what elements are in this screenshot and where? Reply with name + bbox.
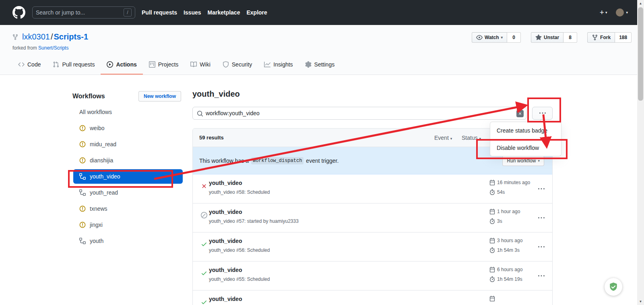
nav-marketplace[interactable]: Marketplace [208,9,240,16]
run-options-button[interactable] [538,244,545,250]
run-options-button[interactable] [538,186,545,192]
tab-settings[interactable]: Settings [299,55,341,75]
calendar-icon [489,209,495,214]
watch-count[interactable]: 0 [507,32,521,43]
sidebar-item-txnews[interactable]: txnews [72,201,184,217]
sidebar-item-youth[interactable]: youth [72,233,184,249]
global-search-input[interactable] [36,9,112,16]
nav-pull-requests[interactable]: Pull requests [142,9,177,16]
workflow-run-row[interactable]: youth_video [193,290,552,305]
workflow-run-row[interactable]: youth_video youth_video #56: Scheduled 3… [193,232,552,261]
repo-name-link[interactable]: Scripts-1 [54,32,89,41]
stopwatch-icon [489,189,495,195]
results-count: 59 results [199,135,224,141]
gear-icon [305,61,312,68]
repo-tabs: Code Pull requests Actions Projects Wiki… [12,55,341,75]
warning-icon [79,125,86,131]
runs-search-input[interactable] [206,107,504,119]
tab-actions[interactable]: Actions [101,55,142,75]
run-time [489,296,497,301]
sidebar-item-all-workflows[interactable]: All workflows [72,104,184,120]
workflow-run-row[interactable]: youth_video youth_video #57: started by … [193,203,552,232]
chevron-down-icon: ▾ [626,10,628,15]
tab-projects[interactable]: Projects [143,55,185,75]
nav-issues[interactable]: Issues [184,9,201,16]
run-duration: 3s [489,218,502,224]
workflow-dispatch-code: workflow_dispatch [251,157,303,164]
unstar-button[interactable]: Unstar [531,32,564,43]
workflow-list: All workflows weibo midu_read dianshijia… [72,104,184,249]
watch-button[interactable]: Watch ▾ [472,32,507,43]
shield-icon [223,61,229,68]
run-title-link[interactable]: youth_video [209,238,242,244]
run-title-link[interactable]: youth_video [209,296,242,302]
workflow-icon [79,173,86,180]
vertical-scrollbar[interactable]: ▲ ▼ [637,0,644,305]
run-title-link[interactable]: youth_video [209,209,242,215]
slash-key-hint: / [124,8,132,17]
global-search: / [32,6,135,19]
warning-icon [79,157,86,164]
sidebar-item-midu-read[interactable]: midu_read [72,136,184,152]
workflow-run-row[interactable]: youth_video youth_video #55: Scheduled 6… [193,261,552,290]
repo-social-actions: Watch ▾ 0 Unstar 8 Fork 188 [472,32,632,43]
repo-header: lxk0301/Scripts-1 forked from Sunert/Scr… [0,25,644,75]
fork-button[interactable]: Fork [587,32,615,43]
scroll-up-arrow[interactable]: ▲ [637,2,644,5]
breadcrumb: lxk0301/Scripts-1 [22,32,88,41]
sidebar-item-weibo[interactable]: weibo [72,120,184,136]
run-time: 16 minutes ago [489,180,530,185]
graph-icon [264,61,270,68]
run-title-link[interactable]: youth_video [209,267,242,273]
scrollbar-thumb[interactable] [638,7,643,101]
chevron-down-icon: ▾ [538,159,540,163]
tab-code[interactable]: Code [12,55,47,75]
tab-pull-requests[interactable]: Pull requests [47,55,101,75]
run-options-button[interactable] [538,215,545,221]
run-options-button[interactable] [538,273,545,279]
create-new-menu[interactable]: +▾ [600,8,607,17]
stopwatch-icon [489,218,495,224]
sidebar-item-dianshijia[interactable]: dianshijia [72,152,184,168]
tab-security[interactable]: Security [217,55,258,75]
breadcrumb-separator: / [50,32,54,41]
run-workflow-button[interactable]: Run workflow ▾ [502,156,544,166]
shield-check-icon [608,282,619,292]
calendar-icon [489,180,495,185]
check-icon [201,299,207,305]
menu-item-create-status-badge[interactable]: Create status badge [490,122,561,139]
run-time: 3 hours ago [489,238,522,243]
status-filter[interactable]: Status ▾ [462,135,481,141]
tab-wiki[interactable]: Wiki [184,55,216,75]
code-icon [18,61,25,68]
scroll-down-arrow[interactable]: ▼ [637,300,644,303]
sidebar-item-youth-read[interactable]: youth_read [72,185,184,201]
play-icon [107,61,113,68]
github-logo-icon[interactable] [12,6,25,19]
pull-request-icon [53,61,59,68]
new-workflow-button[interactable]: New workflow [138,91,181,102]
sidebar-item-youth-video[interactable]: youth_video [73,169,183,184]
fork-count[interactable]: 188 [615,32,632,43]
nav-explore[interactable]: Explore [246,9,267,16]
run-subtitle: youth_video #57: started by huamiyu2333 [209,218,299,224]
event-filter[interactable]: Event ▾ [434,135,452,141]
user-menu[interactable]: ▾ [616,8,628,17]
run-duration: 1h 54m 3s [489,247,520,253]
forked-from-link[interactable]: Sunert/Scripts [38,45,68,51]
clear-search-button[interactable] [516,110,524,117]
chevron-down-icon: ▾ [450,137,452,141]
star-count[interactable]: 8 [564,32,577,43]
chevron-down-icon: ▾ [605,10,607,15]
warning-icon [79,205,86,212]
repo-owner-link[interactable]: lxk0301 [22,32,50,41]
menu-item-disable-workflow[interactable]: Disable workflow [490,139,561,156]
run-time: 6 hours ago [489,267,522,272]
workflow-run-row[interactable]: youth_video youth_video #58: Scheduled 1… [193,174,552,203]
repo-forked-icon [12,34,19,40]
tab-insights[interactable]: Insights [258,55,299,75]
run-title-link[interactable]: youth_video [209,180,242,186]
adblock-shield-badge[interactable] [605,278,622,296]
sidebar-item-jingxi[interactable]: jingxi [72,217,184,233]
header-nav: Pull requests Issues Marketplace Explore [142,9,267,16]
